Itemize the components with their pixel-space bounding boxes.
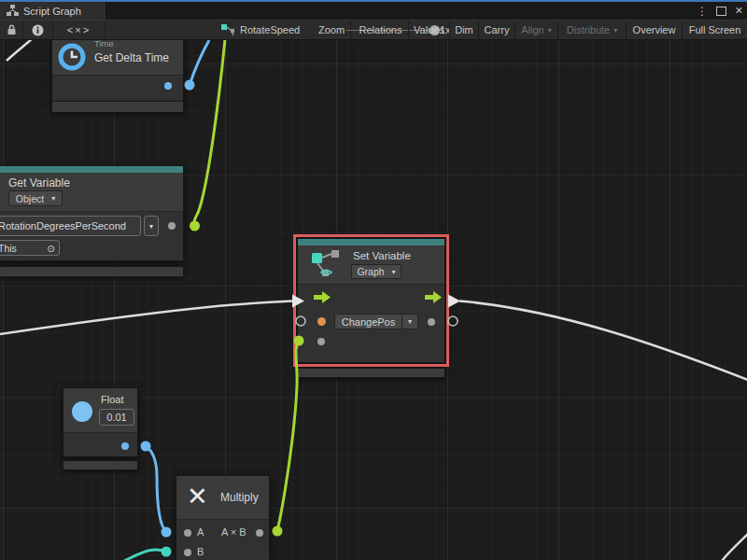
- chevron-down-icon: ▾: [408, 317, 412, 326]
- wire-variable-top[interactable]: [194, 40, 225, 224]
- chevron-down-icon: ▾: [51, 194, 55, 203]
- multiply-input-b-port[interactable]: [184, 549, 191, 556]
- target-label: This: [0, 243, 17, 254]
- distribute-label: Distribute: [567, 24, 610, 35]
- scope-label: Object: [16, 193, 44, 204]
- window-close-button[interactable]: ✕: [735, 2, 743, 20]
- flow-arrowhead-right: [448, 295, 460, 308]
- wire-into-multiply-b[interactable]: [124, 550, 166, 560]
- align-dropdown[interactable]: Align ▾: [515, 21, 558, 39]
- wire-endpoint: [273, 526, 283, 537]
- wire-flow-into-set-variable[interactable]: [0, 301, 292, 335]
- node-footer: [297, 368, 445, 378]
- node-footer: [63, 460, 138, 470]
- node-title: Get Delta Time: [94, 51, 169, 64]
- unity-script-graph-window: Script Graph ⋮ ✕ <×> R: [0, 0, 747, 560]
- wire-endpoint: [162, 527, 172, 538]
- node-category: Time: [94, 40, 114, 49]
- variable-name-input-port[interactable]: [317, 317, 326, 326]
- wire-endpoint: [141, 441, 151, 452]
- node-accent-bar: [0, 166, 183, 173]
- align-label: Align: [521, 24, 543, 35]
- values-button[interactable]: Values: [409, 21, 450, 39]
- wire-flow-topleft[interactable]: [7, 40, 33, 61]
- variable-name-dropdown-button[interactable]: ▾: [144, 216, 159, 236]
- lock-icon: [7, 24, 17, 35]
- node-title: Float: [101, 394, 123, 405]
- chevron-down-icon: ▾: [392, 268, 396, 276]
- flow-input-port[interactable]: [314, 291, 331, 303]
- node-footer: [51, 101, 184, 113]
- variable-value-input-port[interactable]: [317, 338, 325, 345]
- variable-value-output-port[interactable]: [168, 222, 176, 230]
- code-view-toggle[interactable]: <×>: [53, 21, 106, 39]
- unconnected-port-indicator-right[interactable]: [448, 316, 458, 326]
- wire-flow-out-of-set-variable[interactable]: [459, 301, 747, 381]
- node-title: Multiply: [220, 491, 259, 504]
- wire-endpoint: [185, 80, 195, 91]
- fullscreen-button[interactable]: Full Screen: [683, 21, 747, 39]
- info-button[interactable]: [23, 21, 53, 39]
- graph-asset-icon: [221, 24, 235, 37]
- tab-label: Script Graph: [23, 6, 81, 17]
- window-maximize-button[interactable]: [716, 2, 726, 20]
- node-accent-bar: [298, 239, 444, 245]
- tab-bar: Script Graph ⋮ ✕: [0, 2, 747, 20]
- variable-name-field[interactable]: RotationDegreesPerSecond: [0, 216, 141, 236]
- dim-button[interactable]: Dim: [450, 21, 479, 39]
- multiply-input-a-port[interactable]: [184, 529, 191, 537]
- chevron-down-icon: ▾: [149, 222, 153, 231]
- node-get-variable[interactable]: Get Variable Object ▾ RotationDegreesPer…: [0, 165, 184, 261]
- wire-endpoint: [190, 221, 200, 231]
- node-get-delta-time[interactable]: Time Get Delta Time: [51, 40, 184, 104]
- wire-flow-bottomright[interactable]: [722, 534, 747, 560]
- float-output-port[interactable]: [121, 442, 129, 450]
- lock-button[interactable]: [0, 21, 23, 39]
- info-icon: [32, 24, 44, 36]
- code-glyph-icon: <>: [320, 266, 331, 279]
- wire-endpoint: [162, 547, 172, 557]
- flow-output-port[interactable]: [425, 291, 442, 303]
- float-icon: [71, 400, 93, 423]
- graph-name: RotateSpeed: [240, 24, 300, 35]
- variable-scope-dropdown[interactable]: Object ▾: [8, 190, 63, 206]
- chevron-down-icon: ▾: [613, 26, 617, 35]
- object-picker-icon[interactable]: ⊙: [47, 243, 55, 254]
- node-float[interactable]: Float 0.01: [63, 387, 138, 457]
- multiply-icon: ✕: [187, 484, 208, 510]
- variable-target-field[interactable]: This ⊙: [0, 240, 60, 256]
- chevron-down-icon: ▾: [548, 26, 552, 35]
- node-set-variable[interactable]: <> Set Variable Graph ▾ ChangePos ▾: [297, 238, 445, 363]
- variable-name-dropdown-button[interactable]: ▾: [402, 314, 418, 329]
- output-label: A × B: [221, 526, 247, 538]
- wire-delta-time-output[interactable]: [190, 40, 209, 85]
- input-b-label: B: [197, 546, 204, 557]
- variable-name-field[interactable]: ChangePos: [334, 314, 402, 329]
- variable-value-output-port[interactable]: [428, 318, 435, 326]
- maximize-icon: [716, 7, 726, 16]
- tab-script-graph[interactable]: Script Graph: [0, 2, 106, 20]
- relations-button[interactable]: Relations: [353, 21, 409, 39]
- script-graph-icon: [7, 5, 19, 17]
- graph-toolbar: <×> RotateSpeed Zoom 1x Relations Values…: [0, 20, 747, 40]
- delta-time-output-port[interactable]: [164, 82, 172, 90]
- graph-info-section: RotateSpeed Zoom 1x: [106, 21, 351, 39]
- node-title: Get Variable: [8, 176, 70, 189]
- node-multiply[interactable]: ✕ Multiply A A × B B: [176, 475, 270, 560]
- carry-button[interactable]: Carry: [479, 21, 515, 39]
- wire-float-to-multiply-a[interactable]: [146, 446, 166, 532]
- input-a-label: A: [197, 526, 204, 538]
- variable-scope-dropdown[interactable]: Graph ▾: [351, 264, 402, 279]
- node-footer: [0, 266, 184, 277]
- window-menu-button[interactable]: ⋮: [697, 2, 708, 20]
- float-value-input[interactable]: 0.01: [99, 409, 134, 426]
- scope-label: Graph: [357, 266, 384, 277]
- overview-button[interactable]: Overview: [627, 21, 683, 39]
- multiply-output-port[interactable]: [256, 529, 263, 537]
- clock-icon: [57, 42, 87, 72]
- node-title: Set Variable: [353, 250, 411, 261]
- wire-multiply-to-set-variable[interactable]: [277, 342, 299, 531]
- distribute-dropdown[interactable]: Distribute ▾: [558, 21, 627, 39]
- zoom-label: Zoom: [318, 24, 345, 35]
- graph-canvas[interactable]: Time Get Delta Time Get Variable Object …: [0, 40, 747, 560]
